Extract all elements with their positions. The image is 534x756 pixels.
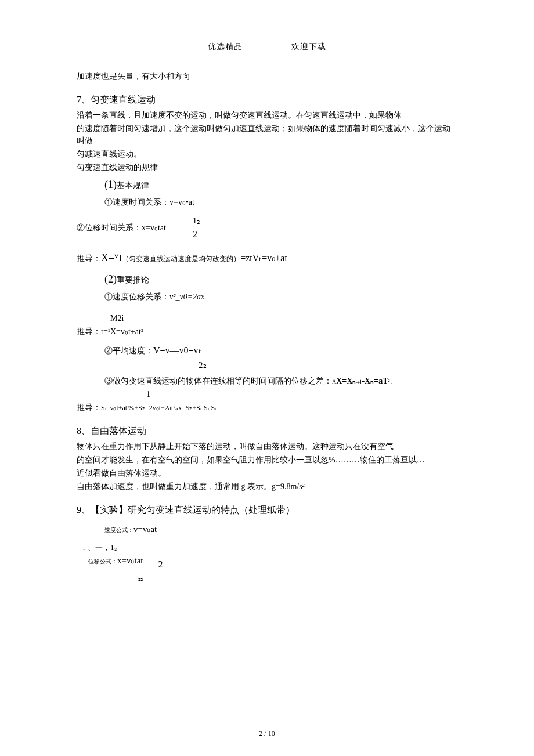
s7-avg-pre: ②平均速度： bbox=[104, 346, 153, 355]
s7-d1-eq: =ztVₜ=v₀+at bbox=[240, 253, 287, 263]
s7-d1-pre: 推导： bbox=[77, 254, 101, 263]
s7-m2i: M2i bbox=[77, 312, 457, 324]
s7-d3-pre: 推导： bbox=[77, 403, 101, 412]
s9-disp-row: 位移公式：x=v₀tat 2 bbox=[77, 554, 457, 573]
s9-vel-eq: v=v₀at bbox=[134, 525, 157, 534]
s7-derive-3: 推导：Sᵢ=v₀t+at²Sᵢ+S₂=2v₀t+2at²ₐx=S₂+Sᵢ-Sᵢ-… bbox=[77, 401, 457, 414]
s7-diff-pre: ③做匀变速直线运动的物体在连续相等的时间间隔的位移之差： bbox=[104, 377, 332, 385]
s7-vel-disp-pre: ①速度位移关系： bbox=[104, 292, 169, 301]
page: 优选精品 欢迎下载 加速度也是矢量，有大小和方向 7、匀变速直线运动 沿着一条直… bbox=[0, 0, 534, 756]
s7-diff-one: 1 bbox=[77, 388, 457, 400]
s7-disp-time-frac: 1₂ 2 bbox=[193, 215, 200, 241]
s7-vel-disp: ①速度位移关系：v²_v0=2ax bbox=[77, 291, 457, 303]
s7-d1-x: X= bbox=[101, 252, 114, 263]
s7-basic-rules: (1)基本规律 bbox=[77, 177, 457, 193]
s7-vel-time: ①速度时间关系：v=v₀•at bbox=[77, 196, 457, 208]
header-left: 优选精品 bbox=[208, 41, 243, 53]
page-header: 优选精品 欢迎下载 bbox=[77, 41, 457, 53]
s8-p2: 的空间才能发生，在有空气的空间，如果空气阻力作用比较小一亘以忽%………物住的工落… bbox=[77, 454, 457, 466]
s7-b1-num: (1) bbox=[104, 179, 117, 190]
section-7-title: 7、匀变速直线运动 bbox=[77, 93, 457, 107]
s7-b2-text: 重要推论 bbox=[117, 276, 149, 284]
s7-p2: 的速度随着时间匀速增加，这个运动叫做匀加速直线运动；如果物体的速度随着时间匀速减… bbox=[77, 122, 457, 147]
s8-p3: 近似看做自由落体运动。 bbox=[77, 467, 457, 479]
s9-top-dots: ，、一，1₂ bbox=[77, 542, 457, 554]
intro-line: 加速度也是矢量，有大小和方向 bbox=[77, 70, 457, 82]
s7-p3: 匀减速直线运动。 bbox=[77, 148, 457, 160]
s7-derive-1: 推导：X=ᵛt（匀变速直线运动速度是均匀改变的）=ztVₜ=v₀+at bbox=[77, 250, 457, 266]
s7-avg-vel: ②平均速度：V=v—v0=vₜ bbox=[77, 343, 457, 357]
s9-disp-left: 位移公式：x=v₀tat bbox=[77, 554, 143, 567]
s7-b1-text: 基本规律 bbox=[117, 181, 149, 190]
s7-disp-time-bot: 2 bbox=[193, 229, 200, 240]
s7-disp-time-row: ②位移时间关系：x=v₀tat 1₂ 2 bbox=[77, 215, 457, 241]
s7-avg-bot: 2₂ bbox=[77, 359, 457, 372]
s9-disp-eq: x=v₀tat bbox=[117, 556, 143, 565]
s7-important: (2)重要推论 bbox=[77, 272, 457, 287]
s7-p1: 沿着一条直线，且加速度不变的运动，叫做匀变速直线运动。在匀速直线运动中，如果物体 bbox=[77, 109, 457, 121]
s9-disp-pre: 位移公式： bbox=[88, 558, 117, 565]
s7-diff: ③做匀变速直线运动的物体在连续相等的时间间隔的位移之差：AX=Xₙ₊ᵢ-Xₙ=a… bbox=[77, 375, 457, 387]
page-footer: 2 / 10 bbox=[0, 728, 534, 739]
s8-p4: 自由落体加速度，也叫做重力加速度，通常用 g 表示。g=9.8m/s² bbox=[77, 480, 457, 493]
header-right: 欢迎下载 bbox=[291, 41, 326, 53]
s8-p1: 物体只在重力作用下从静止开始下落的运动，叫做自由落体运动。这种运动只在没有空气 bbox=[77, 440, 457, 453]
s7-b2-num: (2) bbox=[104, 273, 117, 285]
s7-disp-time-top: 1₂ bbox=[193, 216, 200, 226]
s7-avg-eq: V=v—v0=vₜ bbox=[153, 345, 201, 355]
s7-d1-vt: ᵛt bbox=[114, 252, 122, 263]
s9-disp-two: 2 bbox=[158, 558, 163, 571]
s9-vel-pre: 速度公式： bbox=[104, 527, 134, 533]
s7-d3-eq: Sᵢ=v₀t+at²Sᵢ+S₂=2v₀t+2at²ₐx=S₂+Sᵢ-Sᵢ-Sᵢ bbox=[101, 404, 216, 412]
s7-d1-note: （匀变速直线运动速度是均匀改变的） bbox=[122, 255, 240, 263]
s7-disp-time-left: ②位移时间关系：x=v₀tat bbox=[77, 222, 166, 234]
section-8-title: 8、自由落体运动 bbox=[77, 424, 457, 438]
s7-p4: 匀变速直线运动的规律 bbox=[77, 161, 457, 173]
s7-diff-c: ²。 bbox=[388, 378, 396, 385]
s7-diff-b: X=Xₙ₊ᵢ-Xₙ=aT bbox=[336, 377, 388, 385]
s7-vel-disp-eq: v²_v0=2ax bbox=[169, 292, 204, 301]
s9-vel: 速度公式：v=v₀at bbox=[77, 523, 457, 536]
s9-disp-22: ₂₂ bbox=[77, 574, 457, 584]
section-9-title: 9、【实验】研究匀变速直线运动的特点（处理纸带） bbox=[77, 503, 457, 517]
s7-derive-2: 推导：t=¹X=v₀t+at² bbox=[77, 325, 457, 338]
